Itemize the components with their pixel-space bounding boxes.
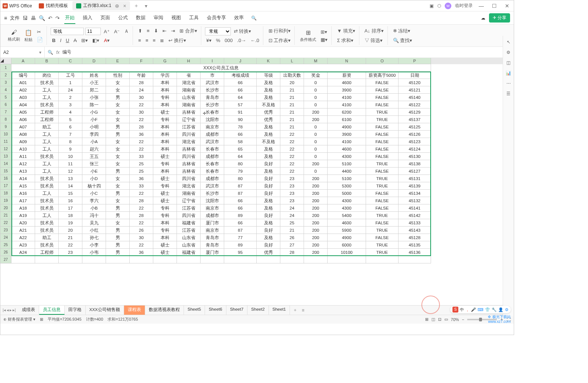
col-header-B[interactable]: B (35, 58, 59, 64)
data-cell[interactable]: TRUE (366, 160, 399, 168)
data-cell[interactable]: FALSE (366, 145, 399, 153)
sheet-tab-0[interactable]: 成绩表 (18, 306, 39, 315)
data-cell[interactable]: 23 (59, 249, 82, 256)
new-tab-button[interactable]: ＋ (131, 1, 142, 11)
avatar-icon[interactable]: W (445, 3, 451, 9)
col-header-F[interactable]: F (130, 58, 153, 64)
ime-user-icon[interactable]: 👤 (498, 307, 503, 312)
data-cell[interactable]: 成都市 (201, 175, 224, 182)
data-cell[interactable]: 13 (59, 175, 82, 182)
data-cell[interactable]: 33 (130, 182, 153, 190)
data-cell[interactable]: 58 (224, 138, 257, 145)
data-cell[interactable]: 15 (59, 190, 82, 197)
strike-icon[interactable]: A̶ (72, 37, 78, 44)
data-cell[interactable]: TRUE (366, 108, 399, 116)
fill-button[interactable]: ▼ 填充▾ (335, 27, 356, 35)
data-cell[interactable]: 专科 (153, 227, 177, 234)
data-cell[interactable]: 45143 (399, 227, 431, 234)
data-cell[interactable]: 本科 (153, 123, 177, 131)
data-cell[interactable]: 吴九 (82, 219, 106, 227)
data-cell[interactable]: 6200 (328, 108, 366, 116)
row-header-2[interactable]: 2 (0, 72, 11, 79)
data-cell[interactable]: 青岛市 (201, 94, 224, 101)
data-cell[interactable]: 90 (224, 116, 257, 123)
data-cell[interactable]: 助工 (35, 234, 59, 241)
spreadsheet-grid[interactable]: ◢ ABCDEFGHIJKLMNOP 123456789101112131415… (0, 58, 514, 305)
data-cell[interactable]: 良好 (257, 212, 280, 219)
data-cell[interactable]: 技术员 (35, 227, 59, 234)
data-cell[interactable]: 200 (304, 249, 328, 256)
empty-cell[interactable] (130, 256, 153, 263)
data-cell[interactable]: 硕士 (153, 108, 177, 116)
data-cell[interactable]: 福建省 (177, 249, 201, 256)
data-cell[interactable]: 小韦 (82, 249, 106, 256)
data-cell[interactable]: 南京市 (201, 227, 224, 234)
border-icon[interactable]: ⊞▾ (80, 37, 89, 44)
indent-left-icon[interactable]: ⇤ (161, 27, 168, 34)
data-cell[interactable]: 45123 (399, 138, 431, 145)
data-cell[interactable]: 四川省 (177, 212, 201, 219)
hamburger-icon[interactable]: ≡ (4, 15, 7, 21)
data-cell[interactable]: 45132 (399, 197, 431, 204)
ribbon-tab-3[interactable]: 公式 (117, 12, 129, 24)
data-cell[interactable]: 23 (280, 190, 304, 197)
data-cell[interactable]: 本科 (153, 219, 177, 227)
paste-button[interactable]: 📋粘贴 (23, 28, 34, 43)
data-cell[interactable]: 陈一 (82, 101, 106, 108)
data-cell[interactable]: 技术员 (35, 79, 59, 86)
data-cell[interactable]: 及格 (257, 204, 280, 212)
data-cell[interactable]: 李六 (82, 197, 106, 204)
data-cell[interactable]: 工程师 (35, 249, 59, 256)
col-header-I[interactable]: I (201, 58, 224, 64)
data-cell[interactable]: 45120 (399, 79, 431, 86)
data-cell[interactable]: 45133 (399, 219, 431, 227)
panel-style-icon[interactable]: ◫ (506, 60, 510, 65)
data-cell[interactable]: 6000 (328, 241, 366, 249)
data-cell[interactable]: 0 (304, 153, 328, 160)
sheet-tab-6[interactable]: Sheet5 (184, 306, 205, 315)
sheet-tab-5[interactable]: 数据透视表教程 (145, 306, 184, 315)
data-cell[interactable]: 21 (280, 94, 304, 101)
data-cell[interactable]: 24 (130, 86, 153, 94)
data-cell[interactable]: 长春市 (201, 168, 224, 175)
data-cell[interactable]: 1 (59, 79, 82, 86)
data-cell[interactable]: 小E (82, 168, 106, 175)
data-cell[interactable]: 20 (280, 79, 304, 86)
data-cell[interactable]: 冯十 (82, 212, 106, 219)
data-cell[interactable]: A17 (11, 197, 35, 204)
number-format-select[interactable]: 常规 (205, 27, 231, 35)
data-cell[interactable]: 优秀 (257, 108, 280, 116)
data-cell[interactable]: 78 (224, 123, 257, 131)
empty-cell[interactable] (304, 256, 328, 263)
data-cell[interactable]: 郑二 (82, 86, 106, 94)
header-cell[interactable]: 等级 (257, 72, 280, 79)
view-break-icon[interactable]: ⊡ (438, 317, 441, 322)
empty-cell[interactable] (59, 256, 82, 263)
data-cell[interactable]: 工人 (35, 131, 59, 138)
header-cell[interactable]: 姓名 (82, 72, 106, 79)
empty-cell[interactable] (177, 256, 201, 263)
data-cell[interactable]: 良好 (257, 190, 280, 197)
data-cell[interactable]: FALSE (366, 234, 399, 241)
data-cell[interactable]: 及格 (257, 234, 280, 241)
data-cell[interactable]: 工人 (35, 168, 59, 175)
data-cell[interactable]: 成都市 (201, 153, 224, 160)
data-cell[interactable]: 4100 (328, 101, 366, 108)
convert-button[interactable]: ⇄ 转换▾ (232, 27, 253, 35)
data-cell[interactable]: 66 (224, 204, 257, 212)
align-center-icon[interactable]: ≡ (144, 37, 150, 44)
sheet-tab-9[interactable]: Sheet2 (247, 306, 269, 315)
col-header-L[interactable]: L (280, 58, 304, 64)
data-cell[interactable]: 87 (224, 227, 257, 234)
data-cell[interactable]: 22 (280, 153, 304, 160)
data-cell[interactable]: 江苏省 (177, 227, 201, 234)
header-cell[interactable]: 考核成绩 (224, 72, 257, 79)
panel-chart-icon[interactable]: 📊 (506, 70, 511, 76)
data-cell[interactable]: TRUE (366, 212, 399, 219)
data-cell[interactable]: A05 (11, 108, 35, 116)
data-cell[interactable]: 5300 (328, 182, 366, 190)
table-style-icon[interactable]: ⊞▾ (319, 28, 329, 35)
data-cell[interactable]: 本科 (153, 86, 177, 94)
empty-cell[interactable] (153, 256, 177, 263)
data-cell[interactable]: 8 (59, 138, 82, 145)
